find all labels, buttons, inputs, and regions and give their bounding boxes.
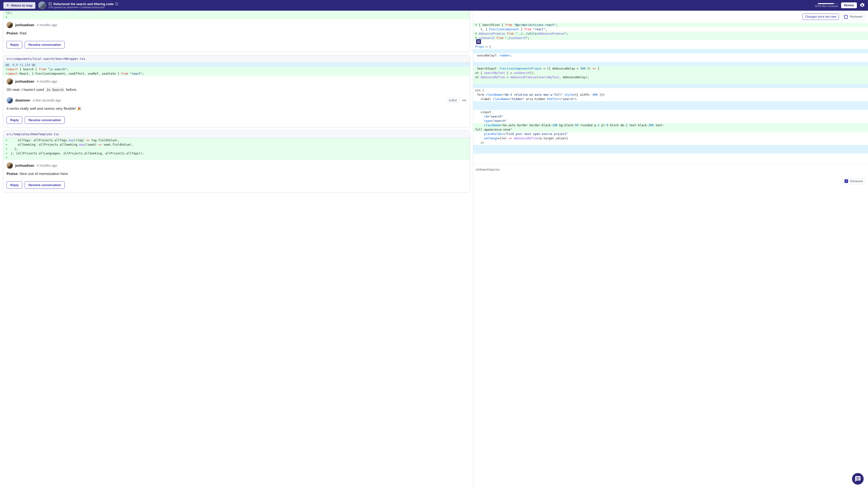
header-right: 15/19 files reviewed Review: [814, 2, 865, 8]
checkbox-checked-icon: [844, 179, 848, 183]
comment-time: 4 months ago: [37, 164, 57, 168]
code-line: [473, 84, 868, 88]
comment-time: a few seconds ago: [33, 98, 61, 102]
comment-kebab-icon[interactable]: •••: [462, 98, 467, 102]
code-line: [473, 145, 868, 149]
code-line: id="search": [473, 114, 868, 119]
reply-button[interactable]: Reply: [6, 41, 22, 49]
chat-icon: [855, 476, 861, 482]
code-line: st { searchByText } = useSearch();: [473, 71, 868, 75]
comment: deammer a few seconds ago Author ••• It …: [3, 95, 470, 114]
arrow-left-icon: [6, 4, 10, 7]
changed-since-last-view-button[interactable]: Changed since last view: [802, 13, 839, 20]
conversation-pane: +}); + joshuadoan 4 months ago Praise: R…: [0, 11, 473, 489]
diff-hunk-header: @@ -0,0 +1,124 @@: [3, 63, 470, 67]
gear-icon[interactable]: [860, 3, 865, 8]
intercom-launcher[interactable]: [852, 473, 864, 485]
code-line: [473, 149, 868, 154]
resolve-button[interactable]: Resolve conversation: [25, 181, 64, 189]
reviewed-label: Reviewed: [850, 179, 863, 183]
review-progress-bar: [818, 3, 838, 4]
pr-meta: #78 opened by deammer • Codesee-io/oss-p…: [49, 6, 814, 9]
comment-body: It works really well and seems very flex…: [6, 106, 466, 112]
diff-file-path[interactable]: src/components/local-search/SearchWrappe…: [3, 55, 470, 63]
comment-text: Rad.: [19, 31, 27, 35]
return-label: Return to map: [11, 4, 32, 7]
diff-line: + allTags: allProjects.allTags.map((tag)…: [3, 138, 470, 142]
code-line: t debouncePromise from "../../utils/debo…: [473, 31, 868, 36]
code-line: placeholder="Find your next open-source …: [473, 132, 868, 136]
author-badge: Author: [446, 98, 460, 103]
commenter-avatar[interactable]: [6, 97, 13, 104]
comment-time: 4 months ago: [37, 23, 57, 27]
diff-line: + allSeeking: allProjects.allSeeking.map…: [3, 142, 470, 147]
code-line: urn (: [473, 88, 868, 92]
code-line: form className="mb-4 relative mx-auto ma…: [473, 92, 868, 97]
review-thread: src/components/local-search/SearchWrappe…: [3, 55, 470, 127]
code-line: />: [473, 141, 868, 145]
code-line: [473, 62, 868, 66]
diff-line: +});: [3, 11, 470, 15]
note-icon[interactable]: [476, 39, 481, 44]
code-line: [473, 106, 868, 110]
reviewed-checkbox[interactable]: Reviewed: [842, 178, 866, 184]
comment-time: 4 months ago: [37, 80, 57, 83]
review-thread: +}); + joshuadoan 4 months ago Praise: R…: [3, 11, 470, 52]
comment-prefix: Praise:: [6, 31, 19, 35]
resolve-button[interactable]: Resolve conversation: [25, 116, 64, 124]
comment-author[interactable]: joshuadoan: [15, 164, 34, 168]
reviewed-label: Reviewed: [849, 15, 862, 19]
comment-author[interactable]: deammer: [15, 98, 30, 102]
top-header: Return to map Refactored the search and …: [0, 0, 868, 11]
files-reviewed-label: 15/19 files reviewed: [814, 5, 838, 7]
code-line: className="mx-auto border border-black-1…: [473, 123, 868, 127]
reply-button[interactable]: Reply: [6, 181, 22, 189]
commenter-avatar[interactable]: [6, 22, 13, 28]
file-diff-pane: Changed since last view Reviewed t { Sea…: [473, 11, 868, 489]
code-line: full appearance-none": [473, 127, 868, 132]
code-line: [473, 80, 868, 84]
pr-author-avatar[interactable]: [38, 1, 46, 9]
review-button[interactable]: Review: [841, 2, 857, 8]
info-icon[interactable]: [115, 2, 118, 6]
resolve-button[interactable]: Resolve conversation: [25, 41, 64, 49]
diff-line: +: [3, 15, 470, 19]
code-line: <label className="hidden" aria-hidden ht…: [473, 97, 868, 101]
diff-file-path[interactable]: src/templates/HomeTemplate.tsx: [3, 131, 470, 138]
code-line: SearchInput: FunctionComponent<Props> = …: [473, 66, 868, 71]
code-line: <input: [473, 110, 868, 114]
comment: joshuadoan 4 months ago Praise: Nice use…: [3, 160, 470, 179]
comment-author[interactable]: joshuadoan: [15, 80, 34, 83]
diff-line: +import { Search } from "js-search";: [3, 67, 470, 71]
comment-text: Nice use of memoization here.: [19, 172, 69, 176]
commenter-avatar[interactable]: [6, 162, 13, 169]
comment: joshuadoan 4 months ago Praise: Rad.: [3, 19, 470, 38]
diff-line: + }, [allProjects.allLanguages, allProje…: [3, 151, 470, 155]
pr-title-block: Refactored the search and filtering code…: [49, 2, 814, 9]
comment: joshuadoan 4 months ago Oh neat. I haven…: [3, 76, 470, 95]
code-view: t { SearchIcon } from "@primer/octicons-…: [473, 23, 868, 154]
code-line: t useSearch from "./useSearch";: [473, 36, 868, 40]
code-line: t, { FunctionComponent } from "react";: [473, 27, 868, 31]
code-line: Props = {: [473, 45, 868, 49]
diff-line: +import React, { FunctionComponent, useE…: [3, 71, 470, 76]
comment-prefix: Praise:: [6, 172, 19, 176]
checkbox-icon: [844, 15, 848, 19]
comment-body: Oh neat. I haven't used Js Search before…: [6, 87, 466, 92]
code-line: onChange={(e) => debounceRefine(e.target…: [473, 136, 868, 141]
diff-line: + };: [3, 147, 470, 151]
commenter-avatar[interactable]: [6, 78, 13, 85]
file-path-footer: ch/SearchInput.tsx: [473, 163, 868, 176]
pr-title: Refactored the search and filtering code: [53, 2, 114, 6]
return-to-map-button[interactable]: Return to map: [3, 2, 35, 9]
comment-author[interactable]: joshuadoan: [15, 23, 34, 27]
reply-button[interactable]: Reply: [6, 116, 22, 124]
code-line: t { SearchIcon } from "@primer/octicons-…: [473, 23, 868, 27]
reviewed-checkbox[interactable]: Reviewed: [841, 13, 865, 20]
code-line: st debounceRefine = debouncePromise(sear…: [473, 75, 868, 80]
code-line: [473, 49, 868, 53]
diff-line: +: [3, 155, 470, 160]
file-diff-header: Changed since last view Reviewed: [473, 11, 868, 23]
code-line: [473, 40, 868, 45]
git-pull-request-icon: [49, 2, 52, 6]
